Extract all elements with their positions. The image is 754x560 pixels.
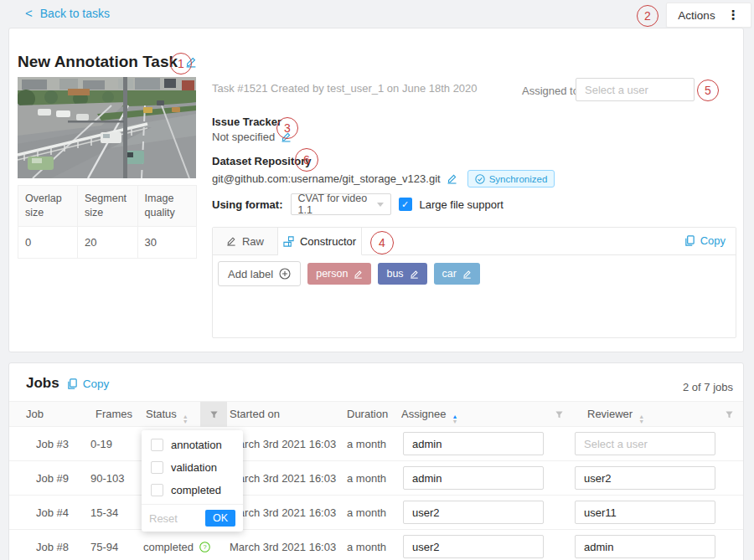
job-link[interactable]: Job #8 <box>36 541 69 553</box>
task-details-page: Back to tasks Actions 1 2 3 4 5 6 New An… <box>0 0 754 560</box>
param-value-segment: 20 <box>78 227 138 259</box>
assignee-filter-icon[interactable] <box>545 402 572 427</box>
frames-cell: 90-103 <box>90 472 124 485</box>
col-frames: Frames <box>96 408 132 420</box>
sort-icon <box>638 414 644 424</box>
col-assignee[interactable]: Assignee <box>401 408 457 424</box>
col-reviewer[interactable]: Reviewer <box>587 408 644 424</box>
param-header-overlap: Overlap size <box>18 186 78 227</box>
edit-label-icon[interactable] <box>462 270 472 279</box>
copy-icon <box>67 378 78 389</box>
assignee-input[interactable] <box>403 466 544 490</box>
question-circle-icon[interactable]: ? <box>199 542 210 552</box>
issue-tracker-label: Issue Tracker <box>212 116 281 128</box>
issue-tracker-value: Not specified <box>212 131 275 143</box>
svg-text:?: ? <box>203 543 206 551</box>
format-select-value: CVAT for video 1.1 <box>298 193 377 216</box>
check-circle-icon <box>475 174 485 184</box>
status-filter-icon[interactable] <box>200 402 227 427</box>
annotation-circle-2: 2 <box>637 5 658 27</box>
task-card: New Annotation Task <box>8 28 744 352</box>
task-params-table: Overlap size Segment size Image quality … <box>18 185 197 259</box>
filter-option-validation-label: validation <box>171 461 217 474</box>
label-chip-bus[interactable]: bus <box>378 263 426 285</box>
labels-editor-tabs: Raw Constructor Copy <box>213 228 736 255</box>
sync-status-badge[interactable]: Synchronized <box>467 170 555 188</box>
col-started: Started on <box>230 408 280 420</box>
job-link[interactable]: Job #4 <box>36 506 69 519</box>
job-row: Job #8 75-94 completed ? March 3rd 2021 … <box>9 530 743 560</box>
frames-cell: 15-34 <box>90 506 118 519</box>
duration-cell: a month <box>347 541 386 553</box>
actions-button[interactable]: Actions <box>666 3 751 28</box>
col-job: Job <box>26 408 44 420</box>
filter-ok-button[interactable]: OK <box>205 510 235 527</box>
large-file-support-checkbox[interactable] <box>399 198 412 211</box>
task-meta-text: Task #1521 Created by test_user_1 on Jun… <box>212 82 478 95</box>
edit-issue-tracker-icon[interactable] <box>281 131 292 142</box>
reviewer-input[interactable] <box>575 466 715 490</box>
job-row: Job #4 15-34 March 3rd 2021 16:03 a mont… <box>9 496 743 530</box>
label-chip-bus-name: bus <box>386 268 403 280</box>
reviewer-input[interactable] <box>575 432 715 455</box>
checkbox-validation[interactable] <box>151 461 163 474</box>
status-filter-dropdown: annotation validation completed Reset OK <box>142 430 243 532</box>
chevron-down-icon <box>377 203 384 207</box>
dataset-repository-label: Dataset Repository <box>212 155 311 167</box>
jobs-heading: Jobs <box>26 375 59 392</box>
task-title: New Annotation Task <box>18 53 178 71</box>
job-link[interactable]: Job #3 <box>36 438 69 450</box>
param-header-segment: Segment size <box>78 186 138 227</box>
sort-icon-ascending <box>452 414 457 424</box>
edit-task-name-icon[interactable] <box>185 56 197 68</box>
reviewer-input[interactable] <box>575 501 715 524</box>
edit-label-icon[interactable] <box>410 270 419 279</box>
started-cell: March 3rd 2021 16:03 <box>230 506 336 519</box>
duration-cell: a month <box>347 472 386 485</box>
col-status[interactable]: Status <box>146 408 188 424</box>
col-duration: Duration <box>347 408 388 420</box>
more-vertical-icon <box>727 8 740 23</box>
filter-option-annotation[interactable]: annotation <box>142 434 243 456</box>
back-to-tasks-link[interactable]: Back to tasks <box>25 7 110 20</box>
label-chip-car[interactable]: car <box>434 263 480 285</box>
edit-label-icon[interactable] <box>354 270 363 279</box>
label-chip-person[interactable]: person <box>307 263 371 285</box>
back-to-tasks-label: Back to tasks <box>40 7 110 20</box>
job-row: Job #3 0-19 March 3rd 2021 16:03 a month <box>9 427 743 461</box>
jobs-card: Jobs Copy 2 of 7 jobs Job Frames Status … <box>8 362 744 560</box>
filter-reset-button[interactable]: Reset <box>149 512 178 525</box>
filter-option-completed[interactable]: completed <box>142 479 243 501</box>
started-cell: March 3rd 2021 16:03 <box>230 472 336 485</box>
filter-option-annotation-label: annotation <box>171 439 222 451</box>
labels-editor-box: Raw Constructor Copy Add label person <box>212 227 736 338</box>
edit-repository-icon[interactable] <box>447 173 457 184</box>
filter-option-validation[interactable]: validation <box>142 456 243 479</box>
assignee-input[interactable] <box>403 501 544 524</box>
copy-labels-button[interactable]: Copy <box>684 234 726 247</box>
checkbox-annotation[interactable] <box>151 439 163 451</box>
checkbox-completed[interactable] <box>151 484 163 496</box>
reviewer-input[interactable] <box>575 535 715 558</box>
assignee-input[interactable] <box>403 535 544 558</box>
copy-jobs-button[interactable]: Copy <box>67 378 110 390</box>
duration-cell: a month <box>347 506 386 519</box>
add-label-button[interactable]: Add label <box>218 261 301 286</box>
reviewer-filter-icon[interactable] <box>715 402 742 427</box>
assignee-input[interactable] <box>403 432 544 455</box>
chevron-left-icon <box>25 8 33 19</box>
tab-raw[interactable]: Raw <box>213 228 278 254</box>
job-link[interactable]: Job #9 <box>36 472 69 485</box>
jobs-table-header: Job Frames Status Started on Duration As… <box>9 401 743 427</box>
assigned-to-label: Assigned to <box>522 85 579 97</box>
tab-constructor-label: Constructor <box>300 235 356 248</box>
tab-constructor[interactable]: Constructor <box>278 228 362 255</box>
status-cell-completed: completed ? <box>143 541 210 553</box>
format-select[interactable]: CVAT for video 1.1 <box>291 193 391 215</box>
copy-labels-label: Copy <box>700 234 726 247</box>
started-cell: March 3rd 2021 16:03 <box>230 541 336 553</box>
tab-raw-label: Raw <box>242 235 264 248</box>
frames-cell: 75-94 <box>90 541 118 553</box>
assigned-to-input[interactable] <box>576 78 695 101</box>
blocks-icon <box>283 236 294 247</box>
